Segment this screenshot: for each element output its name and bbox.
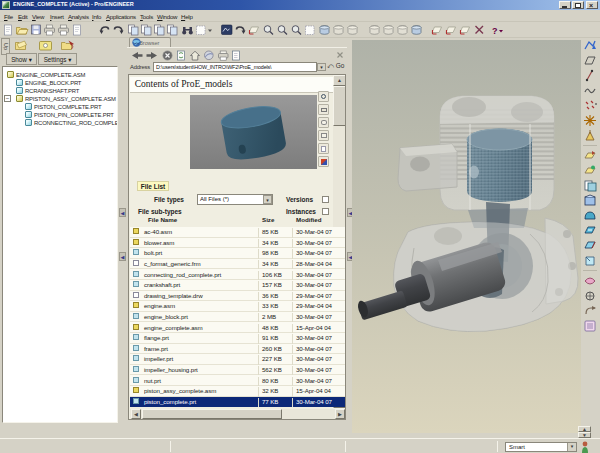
svg-text:?: ? xyxy=(492,26,498,36)
